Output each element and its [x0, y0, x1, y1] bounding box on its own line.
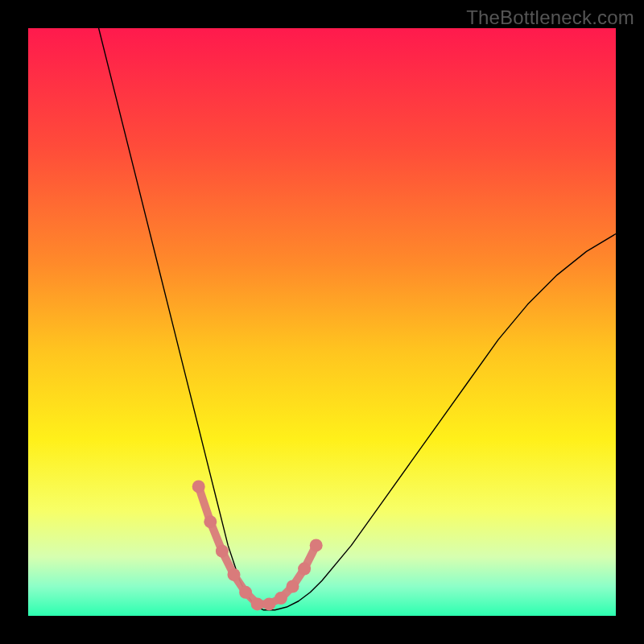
- gradient-background: [28, 28, 616, 616]
- chart-frame: TheBottleneck.com: [0, 0, 644, 644]
- marker-dot: [287, 580, 299, 593]
- marker-dot: [262, 597, 275, 610]
- marker-dot: [298, 563, 311, 576]
- marker-dot: [251, 597, 264, 610]
- marker-dot: [204, 515, 217, 528]
- watermark-text: TheBottleneck.com: [466, 6, 634, 29]
- plot-area: [28, 28, 616, 616]
- marker-dot: [216, 545, 229, 558]
- chart-svg: [28, 28, 616, 616]
- marker-dot: [192, 480, 205, 493]
- marker-dot: [310, 539, 323, 551]
- marker-dot: [275, 592, 287, 605]
- marker-dot: [239, 586, 252, 599]
- marker-dot: [228, 568, 241, 581]
